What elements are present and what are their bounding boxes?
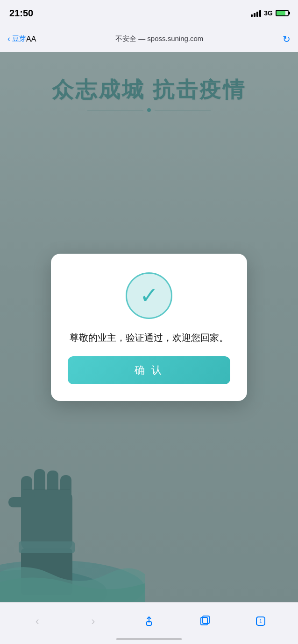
forward-button[interactable]: › [81, 611, 105, 631]
svg-text:1: 1 [259, 618, 262, 624]
check-circle-icon: ✓ [126, 272, 172, 319]
browser-nav-bar: ‹ 豆芽 AA 不安全 — sposs.suning.com ↻ [0, 26, 298, 52]
forward-arrow-icon: › [91, 615, 95, 628]
back-label[interactable]: 豆芽 [12, 35, 26, 43]
confirm-button[interactable]: 确 认 [68, 356, 230, 384]
url-bar[interactable]: 不安全 — sposs.suning.com [36, 35, 283, 43]
modal-overlay: ✓ 尊敬的业主，验证通过，欢迎您回家。 确 认 [0, 52, 298, 602]
status-time: 21:50 [9, 8, 33, 19]
share-icon [143, 615, 155, 627]
network-type-label: 3G [264, 9, 273, 17]
status-icons: 3G [251, 9, 289, 17]
back-arrow-icon: ‹ [35, 615, 39, 628]
status-bar: 21:50 3G [0, 0, 298, 26]
nav-back-area[interactable]: ‹ 豆芽 [7, 34, 26, 44]
checkmark-icon: ✓ [140, 284, 158, 307]
battery-icon [276, 10, 289, 16]
refresh-button[interactable]: ↻ [283, 34, 291, 45]
home-indicator [116, 638, 182, 640]
bookmarks-button[interactable] [193, 611, 217, 631]
signal-bars-icon [251, 9, 261, 17]
back-button[interactable]: ‹ [26, 611, 49, 631]
tabs-button[interactable]: 1 [249, 611, 272, 631]
bottom-toolbar: ‹ › 1 [0, 602, 298, 644]
back-chevron-icon: ‹ [7, 34, 10, 44]
modal-card: ✓ 尊敬的业主，验证通过，欢迎您回家。 确 认 [51, 254, 247, 401]
bookmarks-icon [199, 615, 211, 627]
modal-message: 尊敬的业主，验证通过，欢迎您回家。 [70, 330, 228, 345]
tabs-icon: 1 [255, 615, 267, 627]
font-size-button[interactable]: AA [26, 35, 36, 43]
share-button[interactable] [137, 611, 161, 631]
background-page: 众志成城 抗击疫情 ✓ 尊敬的业主，验证通过，欢迎您回家。 确 认 [0, 52, 298, 602]
main-content: 众志成城 抗击疫情 ✓ 尊敬的业主，验证通过，欢迎您回家。 确 认 [0, 52, 298, 602]
